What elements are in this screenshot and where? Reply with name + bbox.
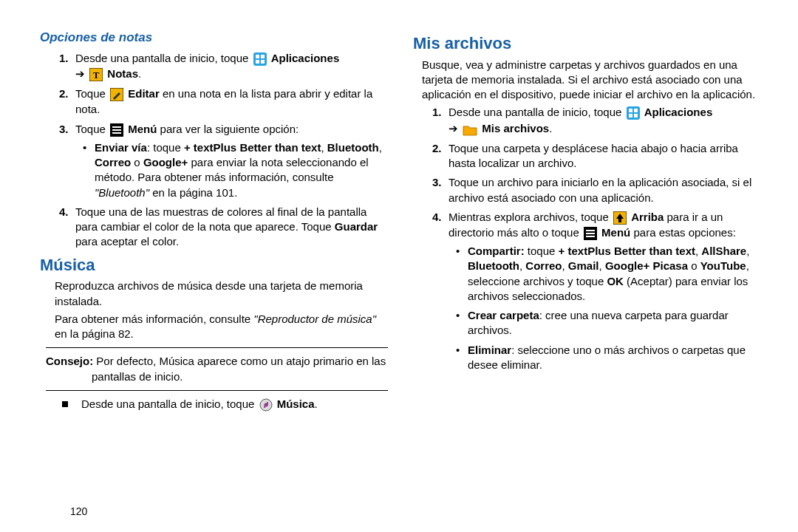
musica-p1: Reproduzca archivos de música desde una … [55,279,388,309]
svg-rect-21 [586,230,595,231]
arrow-glyph: ➔ [75,67,85,80]
svg-rect-14 [627,106,640,120]
enviar-via-bullet: Enviar vía: toque + textPlus Better than… [87,140,388,200]
aplicaciones-label: Aplicaciones [644,106,713,118]
rule-bottom [46,390,388,391]
svg-rect-16 [634,109,638,112]
rule-top [46,347,388,348]
step-4: 4. Toque una de las muestras de colores … [59,205,388,250]
svg-rect-15 [629,109,632,112]
editar-icon [110,87,123,102]
consejo-box: Consejo: Por defecto, Música aparece com… [46,354,386,384]
svg-rect-18 [634,114,638,117]
mis-archivos-label: Mis archivos [482,122,549,134]
opciones-notas-steps: 1. Desde una pantalla de inicio, toque A… [44,51,388,250]
svg-rect-2 [261,55,265,58]
svg-rect-17 [629,114,632,117]
mis-archivos-steps: 1. Desde una pantalla de inicio, toque A… [417,105,761,372]
musica-label: Música [277,398,315,410]
editar-label: Editar [128,87,160,100]
musica-heading: Música [40,254,388,276]
mis-archivos-heading: Mis archivos [413,33,761,55]
menu-label: Menú [601,226,630,239]
aplicaciones-label: Aplicaciones [271,52,340,64]
svg-rect-23 [586,236,595,237]
folder-icon [463,122,477,137]
arriba-label: Arriba [631,211,664,223]
step-2: 2. Toque Editar en una nota en la lista … [59,86,388,117]
page-number: 120 [70,505,87,517]
r-step-4: 4. Mientras explora archivos, toque Arri… [432,210,761,372]
apps-icon [253,52,267,66]
menu-icon [110,123,123,137]
r-step-1: 1. Desde una pantalla de inicio, toque A… [432,105,761,136]
menu-label: Menú [128,123,157,135]
compartir-bullet: Compartir: toque + textPlus Better than … [460,244,761,304]
notas-label: Notas [107,67,138,80]
menu-icon [584,226,597,241]
arriba-icon [613,211,627,225]
svg-rect-4 [261,60,265,64]
musica-p2: Para obtener más información, consulte "… [55,312,388,342]
left-column: Opciones de notas 1. Desde una pantalla … [44,30,388,517]
square-bullet-icon [62,401,68,407]
notas-icon: T [89,67,103,82]
step-1: 1. Desde una pantalla de inicio, toque A… [59,51,388,82]
apps-icon [627,106,640,120]
svg-rect-0 [253,52,267,66]
svg-rect-10 [112,129,121,131]
manual-page: Opciones de notas 1. Desde una pantalla … [0,0,798,532]
crear-carpeta-bullet: Crear carpeta: cree una nueva carpeta pa… [460,308,761,338]
r-step-2: 2. Toque una carpeta y desplácese hacia … [432,141,761,171]
mis-archivos-intro: Busque, vea y administre carpetas y arch… [422,58,761,103]
svg-rect-11 [112,132,121,134]
music-step: Desde una pantalla de inicio, toque Músi… [62,397,388,412]
arrow-glyph: ➔ [449,122,458,134]
svg-rect-3 [256,60,259,64]
r-step-3: 3. Toque un archivo para iniciarlo en la… [432,175,761,205]
step3-bullets: Enviar vía: toque + textPlus Better than… [75,140,388,200]
eliminar-bullet: Eliminar: seleccione uno o más archivos … [460,343,761,373]
step-3: 3. Toque Menú para ver la siguiente opci… [59,122,388,200]
musica-icon [259,398,273,412]
r-step4-bullets: Compartir: toque + textPlus Better than … [449,244,761,372]
opciones-notas-heading: Opciones de notas [40,30,388,47]
right-column: Mis archivos Busque, vea y administre ca… [417,30,761,517]
svg-text:T: T [93,69,100,81]
svg-rect-1 [256,55,259,58]
svg-rect-22 [586,233,595,234]
svg-rect-9 [112,126,121,128]
